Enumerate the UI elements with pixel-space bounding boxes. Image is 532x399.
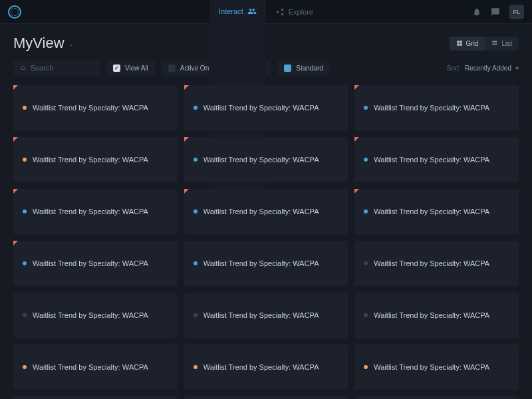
card-item[interactable]: Waitlist Trend by Specialty: WACPA [13, 85, 178, 130]
status-dot [23, 158, 27, 162]
card-corner-flag [13, 241, 18, 245]
card-item[interactable]: Waitlist Trend by Specialty: WACPA [354, 85, 519, 130]
status-dot [194, 313, 198, 317]
card-item[interactable]: Waitlist Trend by Specialty: WACPA [184, 396, 348, 399]
card-title: Waitlist Trend by Specialty: WACPA [33, 259, 148, 267]
card-item[interactable]: Waitlist Trend by Specialty: WACPA [354, 137, 519, 182]
svg-rect-5 [457, 43, 459, 45]
card-title: Waitlist Trend by Specialty: WACPA [374, 104, 489, 112]
bell-icon [472, 7, 481, 17]
app-logo[interactable] [8, 5, 21, 19]
filter-view-all[interactable]: ✓ View All [106, 61, 155, 76]
card-title: Waitlist Trend by Specialty: WACPA [374, 156, 489, 164]
view-grid-button[interactable]: Grid [450, 37, 485, 51]
card-item[interactable]: Waitlist Trend by Specialty: WACPA [13, 396, 178, 399]
view-btn-label: List [501, 40, 512, 47]
card-title: Waitlist Trend by Specialty: WACPA [374, 311, 489, 319]
status-dot [194, 261, 198, 265]
card-corner-flag [354, 85, 359, 90]
card-title: Waitlist Trend by Specialty: WACPA [203, 363, 319, 371]
chevron-down-icon: ▾ [515, 65, 519, 72]
card-item[interactable]: Waitlist Trend by Specialty: WACPA [184, 85, 348, 130]
grid-icon [456, 40, 463, 47]
card-item[interactable]: Waitlist Trend by Specialty: WACPA [184, 241, 348, 286]
status-dot [364, 261, 368, 265]
chat-button[interactable] [491, 7, 500, 17]
search-box[interactable] [13, 60, 100, 76]
card-corner-flag [184, 85, 189, 90]
sort-value: Recently Added [465, 65, 511, 72]
notifications-button[interactable] [472, 7, 481, 17]
card-corner-flag [13, 137, 18, 142]
nav-right: FL [472, 5, 524, 19]
card-item[interactable]: Waitlist Trend by Specialty: WACPA [354, 344, 519, 390]
sort-dropdown[interactable]: Sort: Recently Added ▾ [447, 65, 519, 72]
card-title: Waitlist Trend by Specialty: WACPA [33, 207, 148, 215]
card-corner-flag [354, 137, 359, 142]
filter-label: Active Only [180, 65, 214, 72]
svg-point-10 [21, 66, 25, 70]
card-title: Waitlist Trend by Specialty: WACPA [374, 207, 489, 215]
card-item[interactable]: Waitlist Trend by Specialty: WACPA [184, 189, 348, 234]
filter-label: View All [125, 65, 148, 72]
status-dot [364, 365, 368, 369]
search-icon [20, 65, 26, 72]
list-icon [491, 40, 498, 47]
card-item[interactable]: Waitlist Trend by Specialty: WACPA [13, 137, 178, 182]
page-title: MyView [13, 35, 65, 52]
chat-icon [491, 7, 500, 17]
card-corner-flag [184, 137, 189, 142]
card-corner-flag [13, 189, 18, 194]
view-list-button[interactable]: List [485, 37, 519, 51]
card-item[interactable]: Waitlist Trend by Specialty: WACPA [13, 293, 178, 338]
view-btn-label: Grid [466, 40, 479, 47]
svg-point-2 [281, 13, 283, 15]
search-input[interactable] [30, 64, 93, 72]
svg-point-1 [281, 8, 283, 11]
share-icon [275, 7, 285, 17]
card-title: Waitlist Trend by Specialty: WACPA [374, 363, 489, 371]
card-title: Waitlist Trend by Specialty: WACPA [33, 156, 148, 164]
svg-rect-9 [493, 45, 498, 45]
card-title: Waitlist Trend by Specialty: WACPA [203, 259, 319, 267]
avatar-initials: FL [513, 9, 521, 15]
status-dot [23, 106, 27, 110]
user-avatar[interactable]: FL [509, 5, 524, 19]
svg-rect-4 [460, 41, 462, 43]
status-dot [364, 106, 368, 110]
card-title: Waitlist Trend by Specialty: WACPA [374, 259, 489, 267]
svg-point-0 [276, 11, 279, 13]
svg-rect-8 [493, 43, 498, 43]
nav-tab-label: Interact [219, 7, 243, 15]
title-dropdown-chevron[interactable]: ⌄ [68, 40, 74, 47]
people-icon [247, 7, 257, 16]
card-item[interactable]: Waitlist Trend by Specialty: WACPA [184, 344, 348, 390]
topbar: Interact Explore FL [0, 0, 532, 24]
card-item[interactable]: Waitlist Trend by Specialty: WACPA [13, 241, 178, 286]
svg-rect-3 [457, 41, 459, 43]
svg-rect-7 [493, 41, 498, 42]
view-toggle: Grid List [450, 37, 519, 51]
status-dot [23, 313, 27, 317]
status-dot [194, 158, 198, 162]
card-title: Waitlist Trend by Specialty: WACPA [203, 311, 319, 319]
status-dot [23, 365, 27, 369]
card-item[interactable]: Waitlist Trend by Specialty: WACPA [354, 396, 519, 399]
card-corner-flag [354, 189, 359, 194]
checkbox-icon [168, 65, 176, 72]
card-item[interactable]: Waitlist Trend by Specialty: WACPA [13, 344, 178, 390]
card-title: Waitlist Trend by Specialty: WACPA [203, 104, 319, 112]
card-item[interactable]: Waitlist Trend by Specialty: WACPA [354, 189, 519, 234]
card-item[interactable]: Waitlist Trend by Specialty: WACPA [354, 293, 519, 338]
card-item[interactable]: Waitlist Trend by Specialty: WACPA [354, 241, 519, 286]
status-dot [194, 365, 198, 369]
sort-label: Sort: [447, 65, 461, 72]
card-title: Waitlist Trend by Specialty: WACPA [203, 207, 319, 215]
card-title: Waitlist Trend by Specialty: WACPA [203, 156, 319, 164]
card-item[interactable]: Waitlist Trend by Specialty: WACPA [13, 189, 178, 234]
status-dot [364, 209, 368, 213]
svg-rect-6 [460, 43, 462, 45]
card-corner-flag [184, 189, 189, 194]
card-item[interactable]: Waitlist Trend by Specialty: WACPA [184, 137, 348, 182]
card-item[interactable]: Waitlist Trend by Specialty: WACPA [184, 293, 348, 338]
